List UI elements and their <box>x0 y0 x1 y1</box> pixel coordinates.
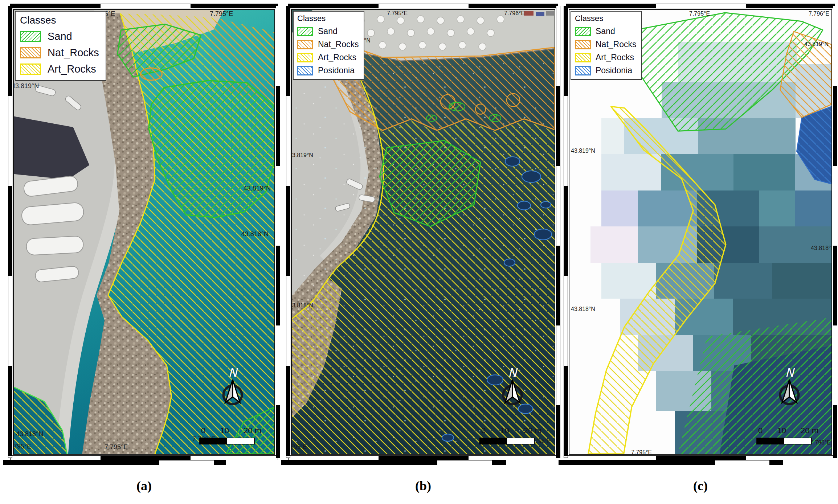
graticule-frame-top <box>566 4 835 8</box>
graticule-frame-right <box>833 6 837 458</box>
legend-label-nat-rocks: Nat_Rocks <box>318 40 359 49</box>
sand-swatch-icon <box>20 31 41 42</box>
panel-caption-c: (c) <box>564 478 837 493</box>
map-canvas-c: Classes Sand Nat_Rocks Art_Rocks Posidon… <box>569 9 832 455</box>
legend-label-sand: Sand <box>48 30 72 42</box>
legend-item-nat-rocks: Nat_Rocks <box>297 40 359 49</box>
scale-mid: 10 <box>500 426 509 435</box>
legend-label-sand: Sand <box>318 26 338 36</box>
lat-label: 43.819°N <box>244 185 271 192</box>
legend: Classes Sand Nat_Rocks Art_Rocks Posidon… <box>293 11 364 80</box>
scale-bar-labels: 0 10 20 m <box>199 426 261 435</box>
scale-mid: 10 <box>777 426 786 435</box>
legend-title: Classes <box>575 14 636 23</box>
lon-label: 7.795°E <box>13 443 31 450</box>
legend: Classes Sand Nat_Rocks Art_Rocks Posidon… <box>571 11 642 80</box>
legend-item-sand: Sand <box>575 26 636 36</box>
scale-bar-labels: 0 10 20 m <box>756 426 818 435</box>
compass-glyph <box>500 379 525 406</box>
lat-label: 43.818°N <box>16 430 43 438</box>
north-arrow-icon: N <box>776 367 802 406</box>
compass-glyph <box>220 379 245 406</box>
north-arrow-icon: N <box>499 367 526 406</box>
map-canvas-b: Classes Sand Nat_Rocks Art_Rocks Posidon… <box>291 9 555 455</box>
graticule-frame-left <box>286 6 290 458</box>
lon-label: 7.795°E <box>291 444 307 450</box>
scale-bar-graphic <box>479 438 535 444</box>
graticule-frame-bottom <box>566 455 835 460</box>
scale-bar: 0 10 20 m <box>199 426 261 444</box>
posidonia-swatch-icon <box>297 66 313 75</box>
lon-label: 7.795°E <box>210 10 233 18</box>
legend-label-art-rocks: Art_Rocks <box>318 53 356 62</box>
lat-label: 43.818°N <box>291 302 313 309</box>
legend-label-art-rocks: Art_Rocks <box>596 53 634 62</box>
art-rocks-swatch-icon <box>20 63 41 75</box>
legend-item-sand: Sand <box>20 30 99 42</box>
nat-rocks-swatch-icon <box>297 40 313 49</box>
scale-start: 0 <box>758 426 763 435</box>
north-label: N <box>499 367 526 378</box>
scale-mid: 10 <box>220 426 229 435</box>
posidonia-swatch-icon <box>575 66 591 75</box>
legend-item-posidonia: Posidonia <box>297 66 359 75</box>
legend-item-art-rocks: Art_Rocks <box>20 63 99 75</box>
scale-bar-labels: 0 10 20 m <box>479 426 541 435</box>
legend-item-nat-rocks: Nat_Rocks <box>575 40 636 49</box>
art-rocks-swatch-icon <box>297 53 313 62</box>
legend: Classes Sand Nat_Rocks Art_Rocks <box>15 11 106 81</box>
lon-label: 7.795°E <box>387 10 408 17</box>
art-rocks-swatch-icon <box>575 53 591 62</box>
lat-label: 43.818°N <box>811 245 832 251</box>
legend-item-nat-rocks: Nat_Rocks <box>20 47 99 59</box>
compass-glyph <box>777 379 802 406</box>
lon-label: 7.795°E <box>631 449 652 455</box>
nat-rocks-swatch-icon <box>575 40 591 49</box>
legend-label-posidonia: Posidonia <box>318 66 355 75</box>
graticule-frame-offset <box>559 460 783 465</box>
graticule-frame-bottom <box>10 455 278 460</box>
legend-item-art-rocks: Art_Rocks <box>575 53 636 62</box>
north-label: N <box>776 367 802 378</box>
north-label: N <box>220 367 246 378</box>
lat-label: 43.819°N <box>804 41 829 48</box>
lat-label: 43.819°N <box>13 82 39 90</box>
sand-swatch-icon <box>575 27 591 36</box>
legend-title: Classes <box>20 15 99 26</box>
graticule-frame-top <box>288 4 558 8</box>
legend-item-art-rocks: Art_Rocks <box>297 53 359 62</box>
legend-label-sand: Sand <box>596 26 615 36</box>
scale-end: 20 m <box>524 426 541 435</box>
graticule-frame-left <box>8 6 12 458</box>
lat-label: 43.819°N <box>571 148 595 154</box>
north-arrow-icon: N <box>220 367 246 406</box>
graticule-frame-right <box>556 6 560 458</box>
map-panel-b: Classes Sand Nat_Rocks Art_Rocks Posidon… <box>286 4 560 460</box>
graticule-frame-offset <box>3 460 226 465</box>
scale-start: 0 <box>481 426 486 435</box>
legend-title: Classes <box>297 14 359 23</box>
graticule-frame-right <box>276 6 280 458</box>
graticule-frame-bottom <box>288 455 558 460</box>
legend-item-posidonia: Posidonia <box>575 66 636 75</box>
scale-end: 20 m <box>801 426 818 435</box>
panel-caption-a: (a) <box>8 478 280 493</box>
graticule-frame-offset <box>281 460 506 465</box>
scale-end: 20 m <box>244 426 261 435</box>
graticule-frame-top <box>10 4 278 8</box>
scale-bar: 0 10 20 m <box>756 426 818 444</box>
panel-caption-b: (b) <box>286 478 560 493</box>
scale-bar-graphic <box>756 438 812 444</box>
sand-swatch-icon <box>297 27 313 36</box>
scale-bar-graphic <box>199 438 255 444</box>
lat-label: 43.819°N <box>291 152 313 159</box>
lon-label: 7.795°E <box>105 443 128 451</box>
lat-label: 43.818°N <box>571 306 595 312</box>
scale-start: 0 <box>201 426 205 435</box>
map-panel-a: Classes Sand Nat_Rocks Art_Rocks 7.795°E… <box>8 4 280 460</box>
lat-label: 43.818°N <box>241 230 269 238</box>
legend-label-posidonia: Posidonia <box>596 66 632 75</box>
nat-rocks-swatch-icon <box>20 47 41 58</box>
graticule-frame-left <box>564 6 568 458</box>
legend-item-sand: Sand <box>297 26 359 36</box>
